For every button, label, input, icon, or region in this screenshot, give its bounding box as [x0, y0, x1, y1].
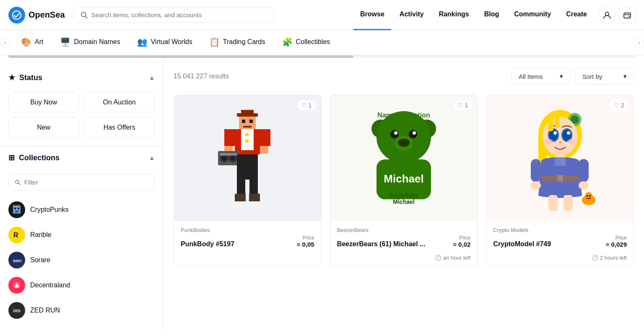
svg-point-66 [553, 131, 557, 135]
collectibles-icon: 🧩 [282, 37, 293, 47]
svg-point-79 [531, 181, 541, 190]
svg-rect-77 [531, 159, 541, 182]
svg-rect-8 [18, 208, 19, 209]
nft-like-cryptomodel[interactable]: ♡ 2 [610, 100, 628, 110]
svg-rect-71 [548, 116, 553, 131]
results-count: 15 041 227 results [174, 73, 229, 80]
nft-price-row-beezerbears: BeezerBears (61) Michael ... Price ≡ 0,0… [337, 235, 471, 248]
nft-time-beezerbears: 🕐 an hour left [330, 253, 478, 265]
svg-point-4 [628, 16, 630, 17]
svg-rect-40 [235, 194, 246, 201]
category-art[interactable]: 🎨 Art [13, 30, 52, 55]
category-virtual-worlds[interactable]: 👥 Virtual Worlds [129, 30, 201, 55]
nft-like-beezerbears[interactable]: ♡ 1 [454, 100, 473, 110]
svg-rect-20 [242, 120, 245, 123]
filter-dropdowns: All Items ▾ Sort by ▾ [512, 68, 634, 85]
svg-point-70 [559, 141, 561, 143]
nft-card-cryptomodel-749[interactable]: ♡ 2 [486, 95, 634, 266]
svg-rect-7 [14, 208, 16, 209]
svg-rect-17 [241, 110, 254, 113]
nav-blog[interactable]: Blog [478, 0, 506, 30]
status-title: ★ Status [8, 73, 42, 82]
price-value-cryptomodel: ≡ 0,029 [606, 241, 627, 248]
nav-community[interactable]: Community [507, 0, 558, 30]
svg-point-49 [413, 131, 416, 135]
status-section-header[interactable]: ★ Status ▲ [0, 66, 163, 89]
nft-info-punkbody: PunkBodies PunkBody #5197 Price ≡ 0,05 [174, 221, 321, 253]
price-label-beezerbears: Price [453, 235, 470, 241]
category-scrollbar [8, 55, 636, 58]
scroll-right-arrow[interactable]: › [634, 38, 644, 48]
svg-point-88 [589, 195, 591, 197]
svg-rect-25 [245, 133, 249, 136]
svg-point-65 [563, 130, 571, 140]
category-domain-names[interactable]: 🖥️ Domain Names [52, 30, 128, 55]
category-trading-cards[interactable]: 📋 Trading Cards [201, 30, 274, 55]
svg-rect-36 [220, 153, 237, 156]
collection-item-decentraland[interactable]: Decentraland [0, 273, 163, 298]
collections-filter-input[interactable] [24, 179, 148, 186]
svg-point-80 [579, 181, 589, 190]
svg-rect-28 [260, 129, 270, 146]
scroll-left-arrow[interactable]: ‹ [0, 38, 10, 48]
svg-rect-37 [237, 154, 258, 180]
punkbody-artwork [210, 106, 285, 211]
svg-text:BeezerBears: BeezerBears [389, 193, 418, 198]
collection-item-cryptopunks[interactable]: CryptoPunks [0, 197, 163, 222]
status-chevron-icon: ▲ [149, 74, 155, 81]
svg-rect-74 [555, 157, 566, 166]
rarible-avatar: R [8, 227, 25, 243]
sort-by-dropdown[interactable]: Sort by ▾ [575, 68, 634, 85]
sorare-label: Sorare [30, 256, 50, 264]
svg-text:Michael: Michael [393, 198, 414, 205]
nft-collection-cryptomodel: Crypto Models [493, 227, 627, 233]
nav-activity[interactable]: Activity [393, 0, 431, 30]
svg-rect-22 [243, 126, 252, 128]
sort-by-chevron-icon: ▾ [623, 73, 627, 80]
collections-section-header[interactable]: ⊞ Collections ▲ [0, 146, 163, 169]
collection-item-zed-run[interactable]: ZED ZED RUN [0, 298, 163, 323]
decentraland-avatar [8, 277, 25, 294]
profile-button[interactable] [599, 7, 615, 23]
collection-item-rarible[interactable]: R Rarible [0, 222, 163, 247]
zed-run-avatar: ZED [8, 302, 25, 319]
svg-rect-9 [15, 211, 18, 212]
nft-price-section-punkbody: Price ≡ 0,05 [297, 235, 314, 248]
rarible-label: Rarible [30, 231, 52, 239]
has-offers-button[interactable]: Has Offers [84, 117, 155, 138]
nft-like-punkbody[interactable]: ♡ 1 [297, 100, 316, 110]
collection-item-sorare[interactable]: sorare Sorare [0, 247, 163, 273]
domain-names-icon: 🖥️ [60, 37, 70, 47]
nav-browse[interactable]: Browse [353, 0, 391, 30]
nft-card-punkbody-5197[interactable]: ♡ 1 [174, 95, 322, 266]
nft-name-beezerbears: BeezerBears (61) Michael ... [337, 240, 426, 248]
nft-image-punkbody: ♡ 1 [174, 95, 321, 221]
svg-point-35 [230, 156, 235, 161]
nft-info-cryptomodel: Crypto Models CryptoModel #749 Price ≡ 0… [486, 221, 634, 253]
all-items-chevron-icon: ▾ [560, 73, 563, 80]
svg-text:R: R [13, 232, 18, 239]
svg-point-1 [81, 12, 86, 17]
on-auction-button[interactable]: On Auction [84, 92, 155, 112]
collections-search[interactable] [8, 174, 155, 190]
category-collectibles[interactable]: 🧩 Collectibles [274, 30, 339, 55]
nft-info-beezerbears: BeezerBears BeezerBears (61) Michael ...… [330, 221, 478, 253]
svg-rect-72 [555, 115, 559, 128]
nft-price-section-cryptomodel: Price ≡ 0,029 [606, 235, 627, 248]
nav-rankings[interactable]: Rankings [432, 0, 476, 30]
new-button[interactable]: New [8, 117, 79, 138]
heart-icon-cryptomodel: ♡ [614, 102, 619, 109]
price-label-cryptomodel: Price [606, 235, 627, 241]
svg-point-68 [545, 139, 553, 144]
search-input[interactable] [91, 11, 267, 18]
nft-card-beezerbears-61[interactable]: ♡ 1 Name Collection [330, 95, 478, 266]
svg-rect-41 [249, 194, 260, 201]
nav-create[interactable]: Create [559, 0, 594, 30]
search-bar[interactable] [73, 8, 275, 23]
wallet-button[interactable] [619, 7, 636, 23]
all-items-dropdown[interactable]: All Items ▾ [512, 68, 570, 85]
beezerbears-artwork: Name Collection [358, 106, 450, 211]
buy-now-button[interactable]: Buy Now [8, 92, 79, 112]
nft-image-cryptomodel: ♡ 2 [486, 95, 634, 221]
logo[interactable]: OpenSea [8, 7, 65, 23]
